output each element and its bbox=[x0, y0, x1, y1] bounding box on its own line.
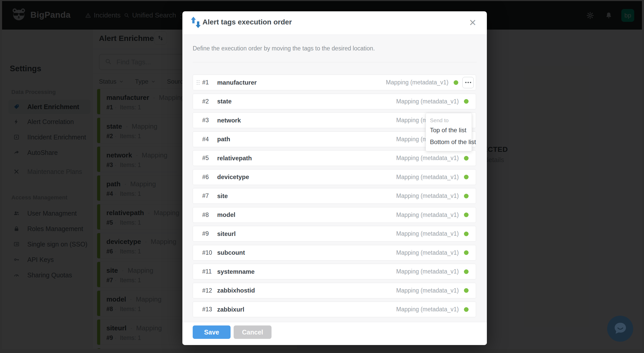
status-dot bbox=[464, 250, 469, 255]
row-tag-name: model bbox=[217, 211, 396, 218]
execution-row-zabbixurl[interactable]: #13 zabbixurl Mapping (metadata_v1) bbox=[193, 302, 476, 317]
modal-title: Alert tags execution order bbox=[202, 18, 292, 26]
row-tag-type: Mapping (metadata_v1) bbox=[396, 306, 459, 313]
row-menu-button[interactable] bbox=[462, 77, 474, 88]
row-tag-name: zabbixhostid bbox=[217, 287, 396, 294]
row-order-number: #5 bbox=[202, 155, 217, 162]
row-order-number: #7 bbox=[202, 192, 217, 199]
row-tag-type: Mapping (metadata_v1) bbox=[396, 287, 459, 294]
chat-launcher-button[interactable] bbox=[607, 316, 633, 342]
menu-item-bottom-of-the-list[interactable]: Bottom of the list bbox=[430, 138, 476, 146]
status-dot bbox=[464, 307, 469, 312]
row-order-number: #2 bbox=[202, 98, 217, 105]
row-order-number: #12 bbox=[202, 287, 217, 294]
row-tag-name: subcount bbox=[217, 249, 396, 256]
row-tag-type: Mapping (metadata_v1) bbox=[396, 174, 459, 181]
status-dot bbox=[464, 99, 469, 104]
execution-row-subcount[interactable]: #10 subcount Mapping (metadata_v1) bbox=[193, 245, 476, 261]
row-tag-type: Mapping (metadata_v1) bbox=[396, 211, 459, 218]
menu-header: Send to bbox=[430, 117, 448, 123]
status-dot bbox=[464, 213, 469, 217]
execution-row-systemname[interactable]: #11 systemname Mapping (metadata_v1) bbox=[193, 264, 476, 279]
row-order-number: #10 bbox=[202, 249, 217, 256]
row-order-number: #11 bbox=[202, 268, 217, 275]
row-order-number: #9 bbox=[202, 230, 217, 237]
execution-row-zabbixhostid[interactable]: #12 zabbixhostid Mapping (metadata_v1) bbox=[193, 283, 476, 298]
row-tag-name: siteurl bbox=[217, 230, 396, 237]
row-tag-name: devicetype bbox=[217, 173, 396, 181]
row-tag-type: Mapping (metadata_v1) bbox=[396, 268, 459, 275]
execution-row-devicetype[interactable]: #6 devicetype Mapping (metadata_v1) bbox=[193, 169, 476, 185]
status-dot bbox=[464, 269, 469, 274]
status-dot bbox=[464, 194, 469, 198]
row-tag-type: Mapping (metadata_v1) bbox=[386, 79, 448, 86]
row-order-number: #8 bbox=[202, 211, 217, 218]
modal-body: Define the execution order by moving the… bbox=[182, 34, 487, 322]
close-icon[interactable]: × bbox=[466, 14, 479, 31]
execution-row-relativepath[interactable]: #5 relativepath Mapping (metadata_v1) bbox=[193, 150, 476, 166]
row-tag-name: systemname bbox=[217, 268, 396, 275]
status-dot bbox=[454, 80, 458, 85]
send-to-menu: Send to Top of the list Bottom of the li… bbox=[426, 113, 472, 151]
execution-row-model[interactable]: #8 model Mapping (metadata_v1) bbox=[193, 207, 476, 223]
row-order-number: #1 bbox=[202, 79, 217, 86]
row-tag-name: site bbox=[217, 192, 396, 200]
chat-bubble-icon bbox=[613, 321, 628, 337]
status-dot bbox=[464, 288, 469, 293]
row-tag-name: manufacturer bbox=[217, 79, 386, 86]
row-order-number: #6 bbox=[202, 174, 217, 181]
row-tag-type: Mapping (metadata_v1) bbox=[396, 230, 459, 237]
menu-item-top-of-the-list[interactable]: Top of the list bbox=[430, 127, 466, 134]
execution-row-site[interactable]: #7 site Mapping (metadata_v1) bbox=[193, 188, 476, 204]
modal-footer: Save Cancel bbox=[182, 322, 487, 345]
row-tag-type: Mapping (metadata_v1) bbox=[396, 98, 459, 105]
row-tag-name: zabbixurl bbox=[217, 306, 396, 313]
row-tag-type: Mapping (metadata_v1) bbox=[396, 249, 459, 256]
execution-order-modal: Alert tags execution order × Define the … bbox=[182, 11, 487, 345]
row-order-number: #3 bbox=[202, 117, 217, 124]
status-dot bbox=[464, 156, 469, 161]
save-button[interactable]: Save bbox=[193, 325, 231, 339]
row-tag-type: Mapping (metadata_v1) bbox=[396, 155, 459, 162]
execution-row-state[interactable]: #2 state Mapping (metadata_v1) bbox=[193, 94, 476, 109]
row-tag-name: state bbox=[217, 98, 396, 105]
execution-order-icon bbox=[190, 16, 201, 30]
row-order-number: #13 bbox=[202, 306, 217, 313]
status-dot bbox=[464, 232, 469, 236]
execution-row-siteurl[interactable]: #9 siteurl Mapping (metadata_v1) bbox=[193, 226, 476, 242]
row-tag-name: relativepath bbox=[217, 155, 396, 162]
execution-order-list: #1 manufacturer Mapping (metadata_v1) #2… bbox=[182, 35, 487, 322]
cancel-button[interactable]: Cancel bbox=[234, 325, 272, 339]
execution-row-manufacturer[interactable]: #1 manufacturer Mapping (metadata_v1) bbox=[193, 75, 476, 90]
drag-handle-icon[interactable] bbox=[196, 80, 202, 85]
row-tag-type: Mapping (metadata_v1) bbox=[396, 192, 459, 199]
row-tag-name: path bbox=[217, 136, 396, 143]
row-tag-name: network bbox=[217, 117, 396, 124]
modal-header: Alert tags execution order × bbox=[182, 11, 487, 34]
row-order-number: #4 bbox=[202, 136, 217, 143]
status-dot bbox=[464, 175, 469, 179]
